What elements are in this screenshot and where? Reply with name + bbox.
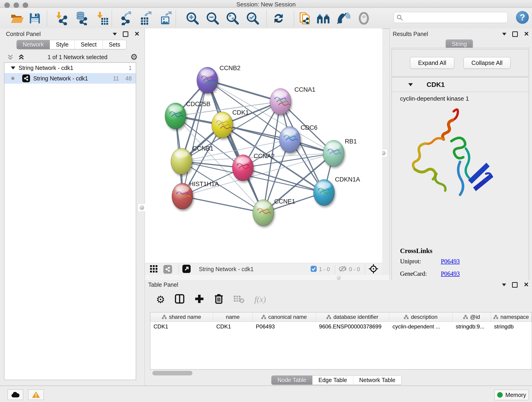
memory-button[interactable]: Memory [494,390,529,400]
apply-layout-button[interactable] [271,11,286,26]
network-node-CDK1[interactable] [212,112,233,138]
network-node-CDKN1A[interactable] [313,179,335,206]
panel-float-icon[interactable] [123,32,128,37]
left-splitter-handle[interactable] [138,204,146,212]
network-node-CCNA1[interactable] [270,89,291,115]
collapse-all-icon[interactable] [7,54,14,61]
network-graph[interactable]: CCNB2CCNA1CDC25BCDK1CDC6RB1CCNB1CCNA2CDK… [145,28,382,263]
warning-icon [32,391,40,398]
table-cell[interactable]: CDK1 [150,322,213,332]
export-network-button[interactable] [119,11,134,26]
network-canvas[interactable]: CCNB2CCNA1CDC25BCDK1CDC6RB1CCNB1CCNA2CDK… [145,28,382,263]
crosslink-link[interactable]: P06493 [441,258,460,265]
zoom-fit-button[interactable] [225,11,240,26]
network-node-CCNE1[interactable] [253,200,274,226]
splitter-grip[interactable] [336,276,341,280]
show-columns-icon[interactable] [175,294,185,305]
network-node-CCNB2[interactable] [197,67,218,93]
search-field[interactable] [394,12,508,23]
tab-string[interactable]: String [446,40,473,49]
network-edge[interactable] [207,80,280,102]
panel-float-icon[interactable] [512,282,518,288]
selected-checkbox-icon[interactable] [310,265,317,273]
panel-close-icon[interactable]: ✕ [524,31,529,37]
network-node-CDC25B[interactable] [165,103,186,129]
import-network-button[interactable] [54,11,69,26]
network-edge[interactable] [182,80,207,196]
network-node-CCNA2[interactable] [232,155,253,181]
table-row[interactable]: CDK1CDK1P064939606.ENSP00000378699cyclin… [150,322,532,332]
string-badge-icon[interactable] [163,265,172,274]
column-header-description[interactable]: description [389,313,452,322]
network-node-CCNB1[interactable] [171,148,192,174]
table-cell[interactable]: P06493 [253,322,316,332]
node-table[interactable]: shared namenamecanonical namedatabase id… [150,312,532,370]
tab-style[interactable]: Style [50,40,75,49]
column-header-database-identifier[interactable]: database identifier [316,313,389,322]
panel-menu-icon[interactable] [502,33,506,36]
zoom-out-button[interactable] [205,11,220,26]
table-cell[interactable]: 9606.ENSP00000378699 [316,322,389,332]
detach-view-icon[interactable] [182,264,191,274]
gear-icon[interactable]: ⚙ [130,52,138,62]
column-header-canonical-name[interactable]: canonical name [253,313,316,322]
tab-sets[interactable]: Sets [103,40,126,49]
table-horizontal-scrollbar[interactable] [152,371,192,375]
control-panel-tabs: NetworkStyleSelectSets [17,40,127,49]
tab-select[interactable]: Select [75,40,103,49]
gear-icon[interactable]: ⚙ [156,294,165,305]
table-cell[interactable]: cyclin-dependent ... [389,322,452,332]
network-node-RB1[interactable] [323,140,344,166]
panel-menu-icon[interactable] [502,283,506,286]
export-table-button[interactable] [139,11,153,26]
column-label: canonical name [268,314,307,320]
column-header-shared-name[interactable]: shared name [150,313,213,322]
column-header-name[interactable]: name [213,313,253,322]
panel-close-icon[interactable]: ✕ [524,282,529,288]
zoom-in-button[interactable] [185,11,200,26]
import-network-from-database-button[interactable] [74,11,89,26]
table-cell[interactable]: CDK1 [213,322,253,332]
copy-network-button[interactable] [298,11,312,26]
help-button[interactable]: ? [516,11,529,24]
open-session-button[interactable] [10,11,24,26]
node-section-header[interactable]: CDK1 [392,77,529,92]
column-header-namespace[interactable]: namespace [491,313,532,322]
import-table-button[interactable] [95,11,110,26]
panel-float-icon[interactable] [512,32,518,37]
expand-all-button[interactable]: Expand All [410,57,454,69]
save-session-button[interactable] [27,11,42,26]
tab-node-table[interactable]: Node Table [272,376,312,385]
tree-expander-icon[interactable] [11,66,15,70]
panel-close-icon[interactable]: ✕ [134,31,139,37]
add-column-icon[interactable] [194,294,204,305]
expand-all-icon[interactable] [18,54,25,61]
search-input[interactable] [403,14,507,21]
network-node-CDC6[interactable] [279,127,300,153]
cloud-button[interactable] [7,389,23,400]
network-row[interactable]: String Network - cdk1 11 48 [4,73,136,84]
hierarchy-icon [162,315,167,319]
tab-edge-table[interactable]: Edge Table [312,376,353,385]
delete-column-icon[interactable] [214,293,224,305]
column-header-@id[interactable]: @id [452,313,491,322]
tab-network[interactable]: Network [17,40,50,49]
network-edge[interactable] [182,196,263,213]
network-collection-label: String Network - cdk1 [19,65,73,71]
crosslink-link[interactable]: P06493 [441,270,460,277]
warning-button[interactable] [28,389,44,400]
first-neighbors-button[interactable] [316,11,331,26]
show-graphics-button[interactable] [356,11,371,26]
network-collection-row[interactable]: String Network - cdk1 1 [4,63,136,73]
tab-network-table[interactable]: Network Table [353,376,401,385]
table-cell[interactable]: stringdb:9... [452,322,491,332]
hide-graphics-button[interactable] [336,11,351,26]
export-image-button[interactable] [159,11,174,26]
birdseye-grid-icon[interactable] [150,265,158,274]
table-cell[interactable]: stringdb [491,322,532,332]
zoom-selected-button[interactable] [245,11,260,26]
panel-menu-icon[interactable] [113,33,117,36]
section-expander-icon[interactable] [408,83,413,86]
crosshair-icon[interactable] [368,264,379,275]
collapse-all-button[interactable]: Collapse All [463,57,511,69]
